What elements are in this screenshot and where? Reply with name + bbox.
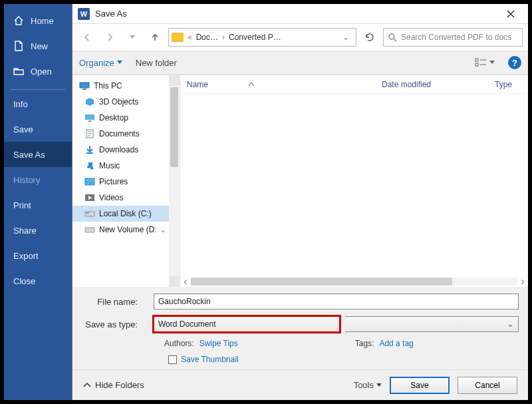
chevron-down-icon[interactable]: ⌄: [338, 33, 353, 42]
disk-icon: [84, 208, 95, 219]
chevron-down-icon: [489, 61, 495, 65]
sort-up-icon: [248, 82, 255, 87]
search-icon: [388, 33, 397, 42]
sidebar-item-home[interactable]: Home: [4, 8, 72, 33]
tree-item-localdisk[interactable]: Local Disk (C:): [72, 206, 169, 222]
close-button[interactable]: [499, 6, 523, 22]
scrollbar-thumb[interactable]: [191, 278, 452, 286]
tree-item-desktop[interactable]: Desktop: [72, 110, 169, 126]
tree-item-documents[interactable]: Documents: [72, 126, 169, 142]
view-options-button[interactable]: [475, 58, 495, 67]
sidebar-item-export[interactable]: Export: [4, 243, 72, 268]
list-body[interactable]: [180, 94, 528, 276]
nav-row: « Doc… › Converted P… ⌄ Search Converted…: [72, 24, 528, 51]
save-thumbnail-checkbox[interactable]: [168, 355, 177, 364]
nav-dropdown-button[interactable]: [123, 28, 142, 47]
refresh-button[interactable]: [360, 28, 379, 47]
svg-rect-2: [475, 63, 478, 66]
chevron-down-icon: ⌄: [160, 225, 169, 234]
authors-value[interactable]: Swipe Tips: [200, 339, 238, 348]
tree-item-videos[interactable]: Videos: [72, 190, 169, 206]
tools-menu[interactable]: Tools: [354, 380, 382, 390]
tree-item-downloads[interactable]: Downloads: [72, 142, 169, 158]
titlebar: W Save As: [72, 4, 528, 24]
filename-input[interactable]: [154, 294, 519, 309]
cancel-button[interactable]: Cancel: [458, 377, 517, 394]
savetype-label: Save as type:: [82, 319, 148, 329]
save-as-dialog: W Save As « Doc… › Converted P… ⌄ Search…: [72, 4, 528, 400]
download-icon: [84, 144, 95, 155]
chevron-down-icon: [117, 61, 122, 65]
savetype-combo[interactable]: Word Document: [154, 316, 340, 332]
music-icon: [84, 160, 95, 171]
video-icon: [84, 192, 95, 203]
home-icon: [13, 15, 24, 26]
sidebar-item-info[interactable]: Info: [4, 91, 72, 116]
svg-rect-3: [80, 83, 89, 88]
folder-icon: [172, 33, 184, 42]
new-folder-button[interactable]: New folder: [136, 58, 177, 68]
sidebar-label: New: [31, 41, 48, 51]
chevron-right-icon: ›: [222, 33, 225, 42]
sidebar-item-print[interactable]: Print: [4, 192, 72, 218]
nav-up-button[interactable]: [146, 28, 164, 47]
sidebar-label: Open: [31, 67, 52, 77]
file-list: Name Date modified Type ‹ ›: [180, 75, 528, 287]
breadcrumb[interactable]: « Doc… › Converted P… ⌄: [168, 28, 356, 47]
breadcrumb-part[interactable]: Converted P…: [229, 33, 281, 42]
column-date[interactable]: Date modified: [375, 80, 488, 89]
button-bar: Hide Folders Tools Save Cancel: [72, 369, 528, 400]
search-input[interactable]: Search Converted PDF to docs: [383, 28, 523, 47]
column-name[interactable]: Name: [180, 80, 375, 89]
backstage-sidebar: Home New Open Info Save Save As History …: [4, 4, 72, 400]
tags-value[interactable]: Add a tag: [379, 339, 413, 348]
help-button[interactable]: ?: [508, 56, 521, 69]
sidebar-item-open[interactable]: Open: [4, 59, 72, 84]
organize-button[interactable]: Organize: [79, 58, 122, 68]
filename-label: File name:: [82, 297, 148, 307]
nav-forward-button[interactable]: [100, 28, 119, 47]
scroll-left-button[interactable]: ‹: [180, 276, 191, 287]
tree-scrollbar[interactable]: [169, 75, 180, 287]
file-icon: [13, 41, 24, 51]
sidebar-item-save[interactable]: Save: [4, 116, 72, 142]
tree-item-thispc[interactable]: This PC: [72, 78, 169, 94]
sidebar-item-new[interactable]: New: [4, 33, 72, 59]
authors-label: Authors:: [164, 339, 194, 348]
folder-tree: This PC 3D Objects Desktop Documents: [72, 75, 180, 287]
chevron-up-icon: [83, 382, 91, 389]
details-view-icon: [475, 58, 487, 67]
tree-item-music[interactable]: Music: [72, 158, 169, 174]
sidebar-item-share[interactable]: Share: [4, 218, 72, 243]
save-button[interactable]: Save: [390, 377, 450, 394]
list-hscrollbar[interactable]: ‹ ›: [180, 276, 528, 287]
svg-rect-8: [85, 178, 94, 185]
sidebar-item-close[interactable]: Close: [4, 268, 72, 294]
documents-icon: [84, 128, 95, 139]
tree-item-pictures[interactable]: Pictures: [72, 174, 169, 190]
sidebar-item-saveas[interactable]: Save As: [4, 142, 72, 167]
list-header: Name Date modified Type: [180, 75, 528, 94]
chevron-down-icon: ⌄: [507, 319, 514, 329]
sidebar-item-history: History: [4, 167, 72, 192]
scroll-right-button[interactable]: ›: [517, 276, 528, 287]
svg-rect-6: [88, 120, 91, 122]
nav-back-button[interactable]: [78, 28, 96, 47]
chevron-down-icon: [376, 383, 382, 387]
hide-folders-toggle[interactable]: Hide Folders: [83, 380, 144, 390]
pc-icon: [79, 81, 90, 91]
svg-rect-5: [85, 114, 94, 120]
disk-icon: [84, 224, 95, 235]
tree-item-newvolume[interactable]: New Volume (D: ⌄: [72, 222, 169, 238]
savetype-combo-rest[interactable]: ⌄: [345, 316, 519, 332]
svg-rect-4: [82, 89, 86, 90]
column-type[interactable]: Type: [488, 80, 528, 89]
form-area: File name: Save as type: Word Document ⌄…: [72, 287, 528, 369]
tree-item-3dobjects[interactable]: 3D Objects: [72, 94, 169, 110]
scrollbar-thumb[interactable]: [170, 87, 178, 167]
svg-rect-12: [86, 212, 89, 214]
svg-rect-13: [85, 228, 94, 232]
save-thumbnail-label: Save Thumbnail: [181, 355, 239, 364]
breadcrumb-part[interactable]: Doc…: [196, 33, 218, 42]
svg-point-0: [389, 34, 394, 39]
